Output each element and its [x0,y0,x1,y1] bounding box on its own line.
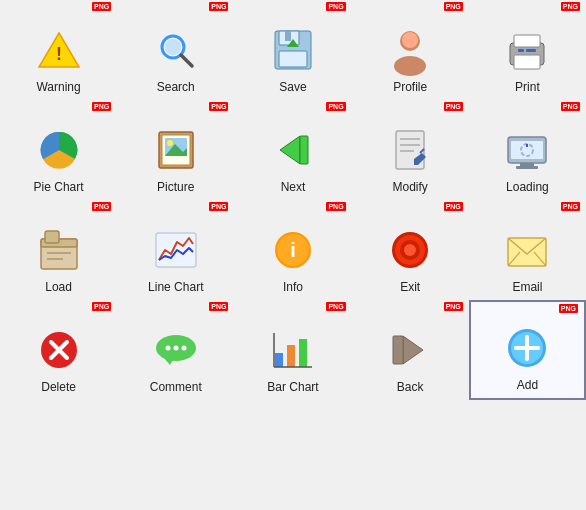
svg-rect-15 [514,55,540,69]
svg-rect-62 [275,353,283,367]
svg-point-3 [165,39,181,55]
back-label: Back [397,380,424,394]
png-badge: PNG [326,2,345,11]
delete-label: Delete [41,380,76,394]
cell-info[interactable]: PNG i Info [234,200,351,300]
png-badge: PNG [444,302,463,311]
add-label: Add [517,378,538,392]
svg-rect-26 [396,131,424,169]
png-badge: PNG [209,202,228,211]
svg-point-59 [165,346,170,351]
cell-add[interactable]: PNG Add [469,300,586,400]
bar-chart-icon [269,326,317,374]
png-badge: PNG [561,202,580,211]
cell-line-chart[interactable]: PNG Line Chart [117,200,234,300]
svg-rect-63 [287,345,295,367]
save-label: Save [279,80,306,94]
cell-loading[interactable]: PNG Loading [469,100,586,200]
svg-point-60 [173,346,178,351]
email-label: Email [512,280,542,294]
loading-label: Loading [506,180,549,194]
cell-modify[interactable]: PNG Modify [352,100,469,200]
png-badge: PNG [92,202,111,211]
cell-bar-chart[interactable]: PNG Bar Chart [234,300,351,400]
bar-chart-label: Bar Chart [267,380,318,394]
svg-rect-35 [516,166,538,169]
icon-grid: PNG ! Warning PNG Search PNG [0,0,586,400]
print-label: Print [515,80,540,94]
modify-icon [386,126,434,174]
png-badge: PNG [209,2,228,11]
svg-marker-58 [164,358,174,365]
pie-chart-icon [35,126,83,174]
png-badge: PNG [444,2,463,11]
picture-icon [152,126,200,174]
cell-save[interactable]: PNG Save [234,0,351,100]
cell-delete[interactable]: PNG Delete [0,300,117,400]
svg-point-22 [167,140,173,146]
back-icon [386,326,434,374]
exit-icon [386,226,434,274]
cell-print[interactable]: PNG Print [469,0,586,100]
cell-email[interactable]: PNG Email [469,200,586,300]
png-badge: PNG [561,2,580,11]
svg-rect-16 [518,49,524,52]
png-badge: PNG [92,102,111,111]
modify-label: Modify [393,180,428,194]
svg-marker-67 [403,336,423,364]
profile-label: Profile [393,80,427,94]
png-badge: PNG [326,302,345,311]
cell-back[interactable]: PNG Back [352,300,469,400]
search-icon [152,26,200,74]
png-badge: PNG [561,102,580,111]
svg-rect-7 [285,31,291,41]
cell-exit[interactable]: PNG Exit [352,200,469,300]
cell-picture[interactable]: PNG Picture [117,100,234,200]
svg-rect-17 [526,49,536,52]
next-label: Next [281,180,306,194]
png-badge: PNG [444,202,463,211]
svg-rect-25 [300,136,308,164]
svg-point-11 [394,56,426,76]
cell-warning[interactable]: PNG ! Warning [0,0,117,100]
cell-comment[interactable]: PNG Comment [117,300,234,400]
svg-rect-64 [299,339,307,367]
line-chart-label: Line Chart [148,280,203,294]
png-badge: PNG [209,302,228,311]
add-icon [503,324,551,372]
cell-next[interactable]: PNG Next [234,100,351,200]
save-icon [269,26,317,74]
comment-icon [152,326,200,374]
load-icon [35,226,83,274]
comment-label: Comment [150,380,202,394]
svg-text:i: i [290,239,296,261]
svg-line-4 [181,55,192,66]
cell-pie-chart[interactable]: PNG Pie Chart [0,100,117,200]
info-label: Info [283,280,303,294]
svg-rect-40 [45,231,59,243]
email-icon [503,226,551,274]
svg-rect-8 [279,51,307,67]
png-badge: PNG [444,102,463,111]
profile-icon [386,26,434,74]
svg-point-12 [402,32,418,48]
next-icon [269,126,317,174]
delete-icon [35,326,83,374]
png-badge: PNG [559,304,578,313]
svg-rect-14 [514,35,540,47]
cell-search[interactable]: PNG Search [117,0,234,100]
picture-label: Picture [157,180,194,194]
pie-chart-label: Pie Chart [34,180,84,194]
warning-label: Warning [36,80,80,94]
png-badge: PNG [326,202,345,211]
cell-load[interactable]: PNG Load [0,200,117,300]
png-badge: PNG [209,102,228,111]
png-badge: PNG [92,2,111,11]
warning-icon: ! [35,26,83,74]
exit-label: Exit [400,280,420,294]
svg-marker-24 [280,136,300,164]
cell-profile[interactable]: PNG Profile [352,0,469,100]
line-chart-icon [152,226,200,274]
loading-icon [503,126,551,174]
svg-text:!: ! [56,44,62,64]
